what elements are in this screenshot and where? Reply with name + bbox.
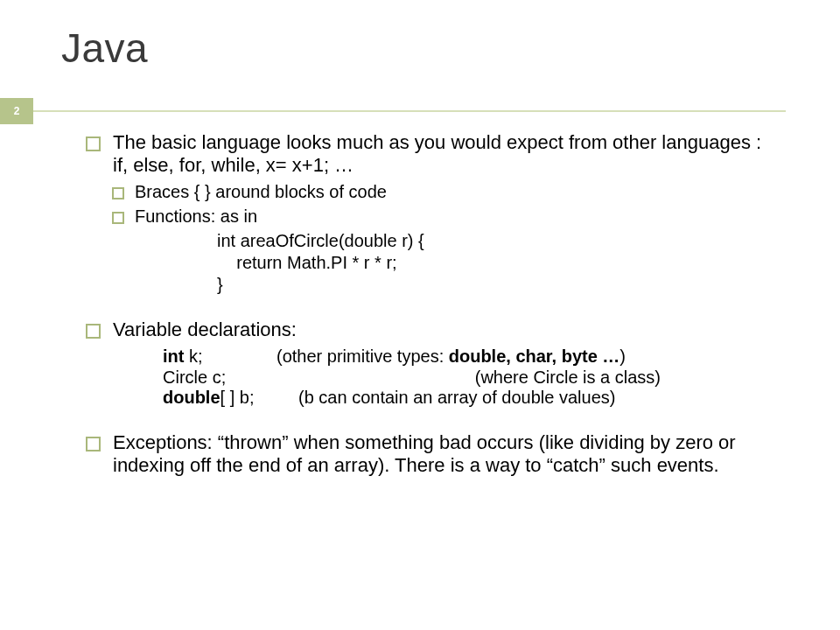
- code-line: return Math.PI * r * r;: [217, 252, 774, 274]
- bullet-icon: [86, 136, 101, 151]
- page-number: 2: [0, 98, 33, 124]
- bullet-text: Exceptions: “thrown” when something bad …: [113, 431, 774, 477]
- bullet-text: The basic language looks much as you wou…: [113, 131, 774, 177]
- slide-title: Java: [61, 24, 148, 72]
- divider-line: [33, 110, 786, 112]
- bullet-icon: [112, 187, 124, 200]
- subbullet-text: Functions: as in: [135, 206, 257, 228]
- bullet-text: Variable declarations:: [113, 318, 774, 341]
- code-line: int areaOfCircle(double r) {: [217, 230, 774, 252]
- subbullet-text: Braces { } around blocks of code: [135, 182, 387, 203]
- bullet-vardecls: Variable declarations:: [86, 318, 774, 341]
- subbullet-braces: Braces { } around blocks of code: [112, 182, 774, 203]
- bullet-intro: The basic language looks much as you wou…: [86, 131, 774, 177]
- decl-row: double[ ] b; (b can contain an array of …: [163, 388, 774, 409]
- slide-body: The basic language looks much as you wou…: [86, 131, 774, 482]
- subbullet-functions: Functions: as in: [112, 206, 774, 228]
- decl-row: int k; (other primitive types: double, c…: [163, 346, 774, 368]
- bullet-icon: [86, 324, 101, 339]
- decl-row: Circle c; (where Circle is a class): [163, 368, 774, 388]
- bullet-icon: [112, 212, 124, 224]
- code-line: }: [217, 274, 774, 296]
- code-block-function: int areaOfCircle(double r) { return Math…: [217, 230, 774, 296]
- declarations-block: int k; (other primitive types: double, c…: [163, 346, 774, 409]
- bullet-exceptions: Exceptions: “thrown” when something bad …: [86, 431, 774, 477]
- bullet-icon: [86, 437, 101, 452]
- divider: 2: [0, 98, 840, 124]
